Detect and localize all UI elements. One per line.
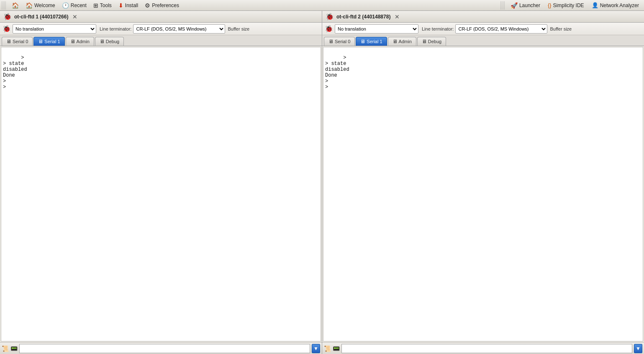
menu-item-simplicity-ide[interactable]: {} Simplicity IDE — [544, 1, 588, 9]
simplicity-ide-icon: {} — [548, 2, 552, 8]
panel-1-translate-icon: 🐞 — [3, 25, 11, 33]
recent-label: Recent — [71, 3, 87, 8]
panel-2: 🐞 ot-cli-ftd 2 (440148878) ✕ 🐞 No transl… — [322, 11, 644, 354]
menubar: 🏠 🏠 Welcome 🕐 Recent ⊞ Tools ⬇ Install ⚙… — [0, 0, 644, 11]
panel-1-terminal-content: > > state disabled Done > > — [3, 55, 27, 90]
panel-2-translation-select[interactable]: No translation — [335, 24, 418, 34]
panel-2-input[interactable] — [341, 344, 632, 353]
preferences-icon: ⚙ — [145, 2, 150, 9]
panel-1-close[interactable]: ✕ — [72, 14, 77, 20]
panel-2-tab-admin[interactable]: 🖥 Admin — [388, 37, 416, 46]
menu-item-home[interactable]: 🏠 — [8, 1, 22, 10]
home-icon: 🏠 — [12, 2, 19, 9]
panel-1-translation-select[interactable]: No translation — [13, 24, 96, 34]
panel-1-terminal: > > state disabled Done > > — [1, 47, 321, 341]
panel-2-line-term-label: Line terminator: — [422, 26, 454, 31]
panel-1-line-term-select[interactable]: CR-LF (DOS, OS/2, MS Windows) — [133, 24, 225, 34]
tools-icon: ⊞ — [93, 2, 98, 9]
panel-2-tab-serial0-label: Serial 0 — [335, 39, 350, 44]
panel-1-tab-admin-label: Admin — [77, 39, 90, 44]
serial0-icon: 🖥 — [6, 39, 11, 44]
network-analyzer-icon: 👤 — [592, 2, 598, 8]
menu-grip-left — [2, 1, 7, 10]
panel-1-tab-serial1-label: Serial 1 — [44, 39, 60, 44]
panel-1-tab-row: 🖥 Serial 0 🖥 Serial 1 🖥 Admin 🖥 Debug — [0, 35, 322, 46]
panel-1-tab-serial1[interactable]: 🖥 Serial 1 — [33, 37, 64, 46]
install-icon: ⬇ — [118, 2, 123, 9]
launcher-label: Launcher — [519, 3, 540, 8]
panel-1-device-icon: 🐞 — [3, 13, 12, 21]
panel-2-terminal-icon: 📟 — [333, 345, 340, 352]
p2-admin-icon: 🖥 — [393, 39, 398, 44]
panel-2-line-term-select[interactable]: CR-LF (DOS, OS/2, MS Windows) — [455, 24, 547, 34]
panel-2-tab-serial0[interactable]: 🖥 Serial 0 — [324, 37, 355, 46]
install-label: Install — [125, 3, 138, 8]
panel-2-script-icon: 📜 — [324, 345, 331, 352]
menu-item-recent[interactable]: 🕐 Recent — [59, 1, 90, 10]
panel-2-device-icon: 🐞 — [326, 13, 334, 21]
panel-1-titlebar: 🐞 ot-cli-ftd 1 (440107266) ✕ — [0, 11, 322, 23]
panel-2-tab-row: 🖥 Serial 0 🖥 Serial 1 🖥 Admin 🖥 Debug — [322, 35, 644, 46]
panel-2-tab-debug[interactable]: 🖥 Debug — [417, 37, 446, 46]
panel-1-buffer-label: Buffer size — [228, 26, 249, 31]
serial1-icon: 🖥 — [38, 39, 43, 44]
panel-2-toolbar: 🐞 No translation Line terminator: CR-LF … — [322, 23, 644, 35]
panel-1-tab-admin[interactable]: 🖥 Admin — [66, 37, 94, 46]
welcome-icon: 🏠 — [26, 2, 33, 9]
launcher-icon: 🚀 — [511, 2, 518, 9]
panel-1-input[interactable] — [19, 344, 310, 353]
panel-2-terminal: > > state disabled Done > > — [323, 47, 643, 341]
panel-2-close[interactable]: ✕ — [395, 14, 400, 20]
p2-serial1-icon: 🖥 — [360, 39, 365, 44]
panel-1: 🐞 ot-cli-ftd 1 (440107266) ✕ 🐞 No transl… — [0, 11, 322, 354]
panel-1-script-icon: 📜 — [2, 345, 9, 352]
menu-item-tools[interactable]: ⊞ Tools — [90, 1, 115, 10]
panel-2-titlebar: 🐞 ot-cli-ftd 2 (440148878) ✕ — [322, 11, 644, 23]
admin-icon: 🖥 — [70, 39, 75, 44]
panel-1-tab-debug[interactable]: 🖥 Debug — [95, 37, 124, 46]
p2-serial0-icon: 🖥 — [328, 39, 334, 44]
welcome-label: Welcome — [34, 3, 55, 8]
panel-1-tab-debug-label: Debug — [106, 39, 119, 44]
panel-1-toolbar: 🐞 No translation Line terminator: CR-LF … — [0, 23, 322, 35]
menu-item-welcome[interactable]: 🏠 Welcome — [22, 1, 59, 10]
panel-2-translate-icon: 🐞 — [325, 25, 333, 33]
panel-2-tab-serial1[interactable]: 🖥 Serial 1 — [356, 37, 387, 46]
panel-1-terminal-icon: 📟 — [10, 345, 18, 352]
preferences-label: Preferences — [152, 3, 179, 8]
menu-item-launcher[interactable]: 🚀 Launcher — [507, 1, 544, 10]
panel-2-title: ot-cli-ftd 2 (440148878) — [336, 14, 390, 20]
panel-2-send-button[interactable]: ▼ — [634, 344, 642, 353]
tools-label: Tools — [100, 3, 112, 8]
network-analyzer-label: Network Analyzer — [600, 3, 639, 8]
panel-1-input-row: 📜 📟 ▼ — [0, 342, 322, 354]
panel-1-tab-serial0-label: Serial 0 — [13, 39, 28, 44]
panel-1-title: ot-cli-ftd 1 (440107266) — [14, 14, 68, 20]
panel-1-send-button[interactable]: ▼ — [312, 344, 320, 353]
menu-grip-right — [500, 1, 505, 10]
panel-2-buffer-label: Buffer size — [550, 26, 572, 31]
main-content: 🐞 ot-cli-ftd 1 (440107266) ✕ 🐞 No transl… — [0, 11, 644, 354]
panel-2-tab-serial1-label: Serial 1 — [367, 39, 382, 44]
panel-2-terminal-content: > > state disabled Done > > — [325, 55, 349, 90]
debug-icon: 🖥 — [100, 39, 105, 44]
menu-right-group: 🚀 Launcher {} Simplicity IDE 👤 Network A… — [507, 1, 642, 10]
p2-debug-icon: 🖥 — [422, 39, 427, 44]
panel-2-tab-debug-label: Debug — [428, 39, 441, 44]
simplicity-ide-label: Simplicity IDE — [553, 3, 584, 8]
panel-1-line-term-label: Line terminator: — [100, 26, 131, 31]
menu-item-network-analyzer[interactable]: 👤 Network Analyzer — [588, 1, 642, 9]
menu-item-install[interactable]: ⬇ Install — [115, 1, 141, 10]
menu-item-preferences[interactable]: ⚙ Preferences — [141, 1, 182, 10]
panel-2-tab-admin-label: Admin — [399, 39, 412, 44]
panel-1-tab-serial0[interactable]: 🖥 Serial 0 — [2, 37, 33, 46]
recent-icon: 🕐 — [62, 2, 69, 9]
panel-2-input-row: 📜 📟 ▼ — [322, 342, 644, 354]
